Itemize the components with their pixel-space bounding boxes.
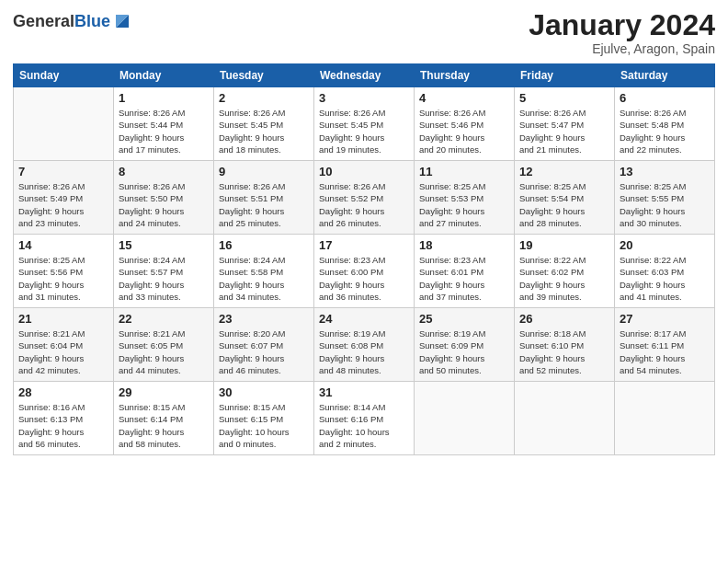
day-number: 27 <box>620 312 710 326</box>
day-number: 25 <box>419 312 509 326</box>
day-number: 4 <box>419 91 509 105</box>
table-row: 21Sunrise: 8:21 AMSunset: 6:04 PMDayligh… <box>14 308 114 382</box>
day-info: Sunrise: 8:14 AMSunset: 6:16 PMDaylight:… <box>319 401 409 450</box>
calendar-week-row: 7Sunrise: 8:26 AMSunset: 5:49 PMDaylight… <box>14 161 715 235</box>
col-friday: Friday <box>515 64 615 87</box>
day-number: 24 <box>319 312 409 326</box>
calendar-week-row: 1Sunrise: 8:26 AMSunset: 5:44 PMDaylight… <box>14 87 715 161</box>
day-info: Sunrise: 8:21 AMSunset: 6:05 PMDaylight:… <box>119 327 209 376</box>
day-number: 23 <box>219 312 309 326</box>
day-info: Sunrise: 8:26 AMSunset: 5:45 PMDaylight:… <box>219 107 309 155</box>
table-row: 12Sunrise: 8:25 AMSunset: 5:54 PMDayligh… <box>515 161 615 235</box>
col-sunday: Sunday <box>14 64 114 87</box>
table-row: 26Sunrise: 8:18 AMSunset: 6:10 PMDayligh… <box>515 308 615 382</box>
day-number: 30 <box>219 385 309 399</box>
day-number: 19 <box>519 238 609 252</box>
day-info: Sunrise: 8:26 AMSunset: 5:51 PMDaylight:… <box>219 180 309 229</box>
day-info: Sunrise: 8:26 AMSunset: 5:49 PMDaylight:… <box>18 180 108 229</box>
table-row: 1Sunrise: 8:26 AMSunset: 5:44 PMDaylight… <box>114 87 214 161</box>
day-number: 29 <box>119 385 209 399</box>
day-number: 21 <box>18 312 108 326</box>
table-row <box>14 87 114 161</box>
day-info: Sunrise: 8:19 AMSunset: 6:09 PMDaylight:… <box>419 327 509 376</box>
day-info: Sunrise: 8:25 AMSunset: 5:56 PMDaylight:… <box>18 254 108 303</box>
day-number: 18 <box>419 238 509 252</box>
table-row: 25Sunrise: 8:19 AMSunset: 6:09 PMDayligh… <box>415 308 515 382</box>
table-row: 14Sunrise: 8:25 AMSunset: 5:56 PMDayligh… <box>14 235 114 308</box>
day-info: Sunrise: 8:22 AMSunset: 6:03 PMDaylight:… <box>620 254 710 303</box>
table-row: 6Sunrise: 8:26 AMSunset: 5:48 PMDaylight… <box>615 87 715 161</box>
day-info: Sunrise: 8:26 AMSunset: 5:47 PMDaylight:… <box>519 107 609 155</box>
day-info: Sunrise: 8:26 AMSunset: 5:52 PMDaylight:… <box>319 180 409 229</box>
day-info: Sunrise: 8:19 AMSunset: 6:08 PMDaylight:… <box>319 327 409 376</box>
table-row <box>415 382 515 455</box>
day-number: 6 <box>620 91 710 105</box>
day-number: 5 <box>519 91 609 105</box>
day-number: 20 <box>620 238 710 252</box>
location: Ejulve, Aragon, Spain <box>529 41 715 56</box>
table-row: 15Sunrise: 8:24 AMSunset: 5:57 PMDayligh… <box>114 235 214 308</box>
day-info: Sunrise: 8:22 AMSunset: 6:02 PMDaylight:… <box>519 254 609 303</box>
day-number: 2 <box>219 91 309 105</box>
table-row <box>515 382 615 455</box>
day-number: 9 <box>219 165 309 178</box>
table-row: 28Sunrise: 8:16 AMSunset: 6:13 PMDayligh… <box>14 382 114 455</box>
day-number: 8 <box>119 165 209 178</box>
logo: GeneralBlue <box>13 9 134 33</box>
day-number: 17 <box>319 238 409 252</box>
table-row: 31Sunrise: 8:14 AMSunset: 6:16 PMDayligh… <box>314 382 415 455</box>
table-row: 16Sunrise: 8:24 AMSunset: 5:58 PMDayligh… <box>214 235 314 308</box>
day-info: Sunrise: 8:26 AMSunset: 5:48 PMDaylight:… <box>620 107 710 155</box>
table-row: 19Sunrise: 8:22 AMSunset: 6:02 PMDayligh… <box>515 235 615 308</box>
table-row <box>615 382 715 455</box>
table-row: 30Sunrise: 8:15 AMSunset: 6:15 PMDayligh… <box>214 382 314 455</box>
day-number: 22 <box>119 312 209 326</box>
day-number: 10 <box>319 165 409 178</box>
day-number: 3 <box>319 91 409 105</box>
day-info: Sunrise: 8:25 AMSunset: 5:55 PMDaylight:… <box>620 180 710 229</box>
day-info: Sunrise: 8:26 AMSunset: 5:50 PMDaylight:… <box>119 180 209 229</box>
table-row: 5Sunrise: 8:26 AMSunset: 5:47 PMDaylight… <box>515 87 615 161</box>
day-number: 28 <box>18 385 108 399</box>
col-wednesday: Wednesday <box>314 64 415 87</box>
day-info: Sunrise: 8:23 AMSunset: 6:00 PMDaylight:… <box>319 254 409 303</box>
day-number: 14 <box>18 238 108 252</box>
table-row: 10Sunrise: 8:26 AMSunset: 5:52 PMDayligh… <box>314 161 415 235</box>
table-row: 22Sunrise: 8:21 AMSunset: 6:05 PMDayligh… <box>114 308 214 382</box>
table-row: 2Sunrise: 8:26 AMSunset: 5:45 PMDaylight… <box>214 87 314 161</box>
day-number: 13 <box>620 165 710 178</box>
day-info: Sunrise: 8:17 AMSunset: 6:11 PMDaylight:… <box>620 327 710 376</box>
col-tuesday: Tuesday <box>214 64 314 87</box>
day-info: Sunrise: 8:24 AMSunset: 5:57 PMDaylight:… <box>119 254 209 303</box>
table-row: 18Sunrise: 8:23 AMSunset: 6:01 PMDayligh… <box>415 235 515 308</box>
table-row: 27Sunrise: 8:17 AMSunset: 6:11 PMDayligh… <box>615 308 715 382</box>
table-row: 13Sunrise: 8:25 AMSunset: 5:55 PMDayligh… <box>615 161 715 235</box>
table-row: 4Sunrise: 8:26 AMSunset: 5:46 PMDaylight… <box>415 87 515 161</box>
calendar-week-row: 28Sunrise: 8:16 AMSunset: 6:13 PMDayligh… <box>14 382 715 455</box>
day-info: Sunrise: 8:15 AMSunset: 6:14 PMDaylight:… <box>119 401 209 450</box>
day-number: 11 <box>419 165 509 178</box>
month-title: January 2024 <box>529 9 715 41</box>
table-row: 23Sunrise: 8:20 AMSunset: 6:07 PMDayligh… <box>214 308 314 382</box>
day-number: 12 <box>519 165 609 178</box>
day-info: Sunrise: 8:15 AMSunset: 6:15 PMDaylight:… <box>219 401 309 450</box>
day-info: Sunrise: 8:25 AMSunset: 5:53 PMDaylight:… <box>419 180 509 229</box>
calendar-week-row: 14Sunrise: 8:25 AMSunset: 5:56 PMDayligh… <box>14 235 715 308</box>
col-monday: Monday <box>114 64 214 87</box>
day-number: 16 <box>219 238 309 252</box>
col-saturday: Saturday <box>615 64 715 87</box>
table-row: 29Sunrise: 8:15 AMSunset: 6:14 PMDayligh… <box>114 382 214 455</box>
table-row: 24Sunrise: 8:19 AMSunset: 6:08 PMDayligh… <box>314 308 415 382</box>
day-info: Sunrise: 8:25 AMSunset: 5:54 PMDaylight:… <box>519 180 609 229</box>
day-number: 26 <box>519 312 609 326</box>
table-row: 17Sunrise: 8:23 AMSunset: 6:00 PMDayligh… <box>314 235 415 308</box>
day-number: 15 <box>119 238 209 252</box>
day-info: Sunrise: 8:26 AMSunset: 5:46 PMDaylight:… <box>419 107 509 155</box>
day-number: 7 <box>18 165 108 178</box>
day-info: Sunrise: 8:18 AMSunset: 6:10 PMDaylight:… <box>519 327 609 376</box>
day-info: Sunrise: 8:26 AMSunset: 5:44 PMDaylight:… <box>119 107 209 155</box>
calendar-header-row: Sunday Monday Tuesday Wednesday Thursday… <box>14 64 715 87</box>
day-number: 1 <box>119 91 209 105</box>
day-number: 31 <box>319 385 409 399</box>
logo-icon <box>110 9 134 33</box>
